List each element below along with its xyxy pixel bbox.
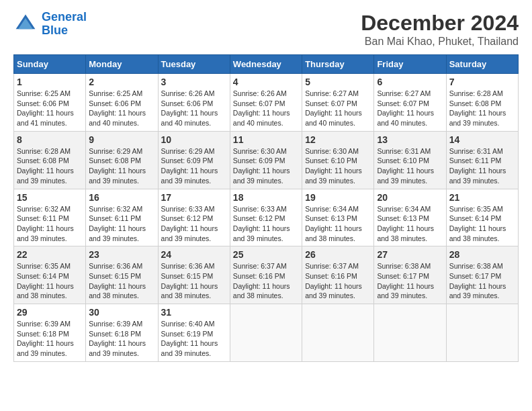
- calendar-cell: 11Sunrise: 6:30 AMSunset: 6:09 PMDayligh…: [230, 131, 302, 189]
- calendar-cell: 24Sunrise: 6:36 AMSunset: 6:15 PMDayligh…: [158, 246, 230, 304]
- day-number: 1: [17, 77, 83, 87]
- calendar-cell: 2Sunrise: 6:25 AMSunset: 6:06 PMDaylight…: [86, 74, 158, 132]
- calendar-week-5: 29Sunrise: 6:39 AMSunset: 6:18 PMDayligh…: [14, 304, 519, 362]
- logo: General Blue: [13, 11, 87, 38]
- calendar-cell: 31Sunrise: 6:40 AMSunset: 6:19 PMDayligh…: [158, 304, 230, 362]
- day-info: Sunrise: 6:27 AMSunset: 6:07 PMDaylight:…: [305, 89, 371, 128]
- day-info: Sunrise: 6:26 AMSunset: 6:07 PMDaylight:…: [233, 89, 299, 128]
- calendar-cell: 26Sunrise: 6:37 AMSunset: 6:16 PMDayligh…: [302, 246, 374, 304]
- calendar-table: SundayMondayTuesdayWednesdayThursdayFrid…: [13, 54, 519, 362]
- calendar-cell: 10Sunrise: 6:29 AMSunset: 6:09 PMDayligh…: [158, 131, 230, 189]
- day-info: Sunrise: 6:38 AMSunset: 6:17 PMDaylight:…: [449, 261, 515, 301]
- col-header-friday: Friday: [374, 55, 446, 74]
- calendar-cell: 13Sunrise: 6:31 AMSunset: 6:10 PMDayligh…: [374, 131, 446, 189]
- day-number: 29: [17, 307, 83, 318]
- calendar-cell: 30Sunrise: 6:39 AMSunset: 6:18 PMDayligh…: [86, 304, 158, 362]
- day-info: Sunrise: 6:35 AMSunset: 6:14 PMDaylight:…: [449, 204, 515, 244]
- title-block: December 2024 Ban Mai Khao, Phuket, Thai…: [361, 11, 519, 48]
- day-info: Sunrise: 6:40 AMSunset: 6:19 PMDaylight:…: [161, 319, 227, 359]
- day-info: Sunrise: 6:27 AMSunset: 6:07 PMDaylight:…: [377, 89, 443, 128]
- day-number: 5: [305, 77, 371, 87]
- day-info: Sunrise: 6:32 AMSunset: 6:11 PMDaylight:…: [17, 204, 83, 244]
- day-info: Sunrise: 6:35 AMSunset: 6:14 PMDaylight:…: [17, 261, 83, 301]
- day-info: Sunrise: 6:29 AMSunset: 6:08 PMDaylight:…: [89, 146, 154, 186]
- calendar-cell: 22Sunrise: 6:35 AMSunset: 6:14 PMDayligh…: [14, 246, 86, 304]
- day-number: 12: [305, 134, 371, 145]
- calendar-week-4: 22Sunrise: 6:35 AMSunset: 6:14 PMDayligh…: [14, 246, 519, 304]
- calendar-cell: 28Sunrise: 6:38 AMSunset: 6:17 PMDayligh…: [446, 246, 518, 304]
- calendar-week-3: 15Sunrise: 6:32 AMSunset: 6:11 PMDayligh…: [14, 189, 519, 246]
- day-number: 4: [233, 77, 299, 87]
- day-number: 14: [449, 134, 515, 145]
- day-info: Sunrise: 6:31 AMSunset: 6:10 PMDaylight:…: [377, 146, 443, 186]
- col-header-saturday: Saturday: [446, 55, 518, 74]
- day-number: 25: [233, 249, 299, 260]
- day-number: 15: [17, 192, 83, 203]
- day-info: Sunrise: 6:39 AMSunset: 6:18 PMDaylight:…: [17, 319, 83, 359]
- calendar-cell: 19Sunrise: 6:34 AMSunset: 6:13 PMDayligh…: [302, 189, 374, 246]
- calendar-cell: 25Sunrise: 6:37 AMSunset: 6:16 PMDayligh…: [230, 246, 302, 304]
- day-number: 24: [161, 249, 227, 260]
- page-header: General Blue December 2024 Ban Mai Khao,…: [13, 11, 519, 48]
- calendar-cell: 29Sunrise: 6:39 AMSunset: 6:18 PMDayligh…: [14, 304, 86, 362]
- day-number: 17: [161, 192, 227, 203]
- day-number: 28: [449, 249, 515, 260]
- calendar-week-1: 1Sunrise: 6:25 AMSunset: 6:06 PMDaylight…: [14, 74, 519, 132]
- day-number: 7: [449, 77, 515, 87]
- day-number: 30: [89, 307, 154, 318]
- day-info: Sunrise: 6:39 AMSunset: 6:18 PMDaylight:…: [89, 319, 154, 359]
- day-info: Sunrise: 6:32 AMSunset: 6:11 PMDaylight:…: [89, 204, 154, 244]
- day-info: Sunrise: 6:25 AMSunset: 6:06 PMDaylight:…: [17, 89, 83, 128]
- day-number: 2: [89, 77, 154, 87]
- day-info: Sunrise: 6:31 AMSunset: 6:11 PMDaylight:…: [449, 146, 515, 186]
- calendar-cell: 23Sunrise: 6:36 AMSunset: 6:15 PMDayligh…: [86, 246, 158, 304]
- calendar-cell: 16Sunrise: 6:32 AMSunset: 6:11 PMDayligh…: [86, 189, 158, 246]
- day-number: 23: [89, 249, 154, 260]
- calendar-body: 1Sunrise: 6:25 AMSunset: 6:06 PMDaylight…: [14, 74, 519, 362]
- logo-line2: Blue: [42, 24, 68, 37]
- day-number: 8: [17, 134, 83, 145]
- day-info: Sunrise: 6:28 AMSunset: 6:08 PMDaylight:…: [17, 146, 83, 186]
- day-number: 10: [161, 134, 227, 145]
- day-number: 20: [377, 192, 443, 203]
- calendar-cell: 15Sunrise: 6:32 AMSunset: 6:11 PMDayligh…: [14, 189, 86, 246]
- col-header-monday: Monday: [86, 55, 158, 74]
- day-info: Sunrise: 6:34 AMSunset: 6:13 PMDaylight:…: [305, 204, 371, 244]
- day-info: Sunrise: 6:38 AMSunset: 6:17 PMDaylight:…: [377, 261, 443, 301]
- day-info: Sunrise: 6:28 AMSunset: 6:08 PMDaylight:…: [449, 89, 515, 128]
- calendar-header-row: SundayMondayTuesdayWednesdayThursdayFrid…: [14, 55, 519, 74]
- calendar-cell: 12Sunrise: 6:30 AMSunset: 6:10 PMDayligh…: [302, 131, 374, 189]
- calendar-week-2: 8Sunrise: 6:28 AMSunset: 6:08 PMDaylight…: [14, 131, 519, 189]
- day-number: 3: [161, 77, 227, 87]
- day-number: 21: [449, 192, 515, 203]
- calendar-cell: 8Sunrise: 6:28 AMSunset: 6:08 PMDaylight…: [14, 131, 86, 189]
- calendar-cell: 18Sunrise: 6:33 AMSunset: 6:12 PMDayligh…: [230, 189, 302, 246]
- day-number: 19: [305, 192, 371, 203]
- col-header-sunday: Sunday: [14, 55, 86, 74]
- calendar-cell: [302, 304, 374, 362]
- calendar-cell: 5Sunrise: 6:27 AMSunset: 6:07 PMDaylight…: [302, 74, 374, 132]
- day-info: Sunrise: 6:26 AMSunset: 6:06 PMDaylight:…: [161, 89, 227, 128]
- day-number: 6: [377, 77, 443, 87]
- logo-line1: General: [42, 10, 87, 24]
- day-info: Sunrise: 6:33 AMSunset: 6:12 PMDaylight:…: [161, 204, 227, 244]
- day-info: Sunrise: 6:33 AMSunset: 6:12 PMDaylight:…: [233, 204, 299, 244]
- day-number: 16: [89, 192, 154, 203]
- day-info: Sunrise: 6:37 AMSunset: 6:16 PMDaylight:…: [233, 261, 299, 301]
- col-header-wednesday: Wednesday: [230, 55, 302, 74]
- calendar-cell: 4Sunrise: 6:26 AMSunset: 6:07 PMDaylight…: [230, 74, 302, 132]
- day-info: Sunrise: 6:30 AMSunset: 6:09 PMDaylight:…: [233, 146, 299, 186]
- day-number: 22: [17, 249, 83, 260]
- page-title: December 2024: [361, 11, 519, 36]
- calendar-cell: 27Sunrise: 6:38 AMSunset: 6:17 PMDayligh…: [374, 246, 446, 304]
- day-info: Sunrise: 6:25 AMSunset: 6:06 PMDaylight:…: [89, 89, 154, 128]
- calendar-cell: 21Sunrise: 6:35 AMSunset: 6:14 PMDayligh…: [446, 189, 518, 246]
- calendar-cell: [374, 304, 446, 362]
- calendar-cell: 3Sunrise: 6:26 AMSunset: 6:06 PMDaylight…: [158, 74, 230, 132]
- calendar-cell: 14Sunrise: 6:31 AMSunset: 6:11 PMDayligh…: [446, 131, 518, 189]
- day-number: 13: [377, 134, 443, 145]
- col-header-tuesday: Tuesday: [158, 55, 230, 74]
- calendar-cell: 6Sunrise: 6:27 AMSunset: 6:07 PMDaylight…: [374, 74, 446, 132]
- calendar-cell: [230, 304, 302, 362]
- day-number: 11: [233, 134, 299, 145]
